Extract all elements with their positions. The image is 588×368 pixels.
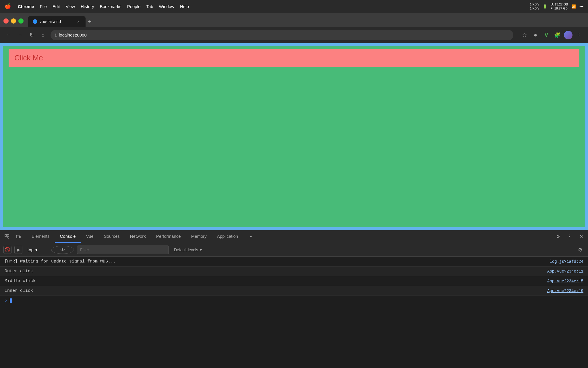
tab-bar: 🌐 vue-tailwind × + (0, 13, 588, 27)
more-menu[interactable]: ••• (579, 4, 583, 9)
tab-memory[interactable]: Memory (186, 230, 212, 243)
console-settings-icon[interactable]: ⚙ (576, 246, 585, 254)
menu-window[interactable]: Window (159, 4, 174, 9)
apple-icon[interactable]: 🍎 (5, 3, 11, 9)
levels-value: Default levels (174, 248, 198, 252)
eye-filter-toggle[interactable]: 👁 (51, 246, 74, 254)
devtools-tabs: Elements Console Vue Sources Network Per… (0, 230, 588, 243)
tab-performance[interactable]: Performance (151, 230, 186, 243)
tab-close-button[interactable]: × (76, 19, 81, 24)
wifi-icon: 📶 (571, 4, 576, 9)
console-prompt-symbol: › (5, 298, 7, 303)
puzzle-extension-icon[interactable]: 🧩 (553, 31, 562, 39)
device-toolbar-icon[interactable] (14, 232, 23, 241)
network-stats: 1 KB/s 1 KB/s (530, 2, 539, 11)
log-message-hmr: [HMR] Waiting for update signal from WDS… (5, 259, 116, 264)
menu-people[interactable]: People (127, 4, 141, 9)
menu-bar-right: 1 KB/s 1 KB/s 🔋 U: 13.22 GB F: 18.77 GB … (530, 2, 583, 11)
menu-view[interactable]: View (66, 4, 75, 9)
window-controls (3, 18, 24, 27)
web-page: Click Me (0, 43, 588, 230)
storage-stats: U: 13.22 GB F: 18.77 GB (551, 2, 568, 11)
execute-script-button[interactable]: ▶ (14, 246, 22, 254)
more-tabs-button[interactable]: » (244, 230, 257, 243)
tab-sources[interactable]: Sources (99, 230, 125, 243)
log-entry-outer: Outer click App.vue?234e:11 (0, 267, 588, 276)
console-toolbar: 🚫 ▶ top ▾ 👁 Default levels ▾ ⚙ (0, 243, 588, 257)
log-message-outer: Outer click (5, 269, 33, 274)
log-link-hmr[interactable]: log.js?1afd:24 (550, 259, 583, 264)
menu-history[interactable]: History (81, 4, 94, 9)
context-value: top (28, 247, 34, 252)
user-avatar[interactable] (564, 31, 572, 39)
menu-edit[interactable]: Edit (53, 4, 60, 9)
levels-selector[interactable]: Default levels ▾ (172, 246, 204, 253)
address-input-wrapper[interactable]: ℹ localhost:8080 (51, 30, 513, 40)
devtools-close-icon[interactable]: ✕ (577, 232, 586, 241)
home-button[interactable]: ⌂ (39, 31, 47, 39)
tab-console[interactable]: Console (55, 230, 81, 243)
active-tab[interactable]: 🌐 vue-tailwind × (28, 16, 86, 27)
console-input-row[interactable]: › (0, 296, 588, 306)
log-entry-middle: Middle click App.vue?234e:15 (0, 276, 588, 286)
devtools-settings-icon[interactable]: ⚙ (554, 232, 563, 241)
log-entry-hmr: [HMR] Waiting for update signal from WDS… (0, 257, 588, 267)
address-bar: ← → ↻ ⌂ ℹ localhost:8080 ☆ ● V 🧩 ⋮ (0, 27, 588, 43)
log-entry-inner: Inner click App.vue?234e:19 (0, 286, 588, 296)
reload-button[interactable]: ↻ (28, 31, 36, 39)
devtools-panel: Elements Console Vue Sources Network Per… (0, 230, 588, 368)
lock-icon: ℹ (55, 33, 57, 37)
log-link-inner[interactable]: App.vue?234e:19 (547, 289, 583, 293)
minimize-button[interactable] (11, 18, 16, 24)
svg-rect-0 (5, 235, 7, 236)
log-link-middle[interactable]: App.vue?234e:15 (547, 279, 583, 283)
new-tab-button[interactable]: + (88, 18, 92, 27)
devtools-more-icon[interactable]: ⋮ (565, 232, 574, 241)
devtools-actions: ⚙ ⋮ ✕ (554, 232, 586, 241)
log-link-outer[interactable]: App.vue?234e:11 (547, 269, 583, 274)
bookmark-star-icon[interactable]: ☆ (520, 31, 529, 39)
console-log: [HMR] Waiting for update signal from WDS… (0, 257, 588, 368)
svg-rect-2 (16, 235, 19, 238)
address-text: localhost:8080 (59, 32, 509, 37)
chrome-window: 🌐 vue-tailwind × + ← → ↻ ⌂ ℹ localhost:8… (0, 13, 588, 368)
profile-circle-icon[interactable]: ● (531, 31, 540, 39)
tab-title: vue-tailwind (40, 19, 61, 24)
svg-rect-3 (20, 236, 21, 238)
tab-application[interactable]: Application (212, 230, 243, 243)
menu-help[interactable]: Help (180, 4, 189, 9)
toolbar-actions: ☆ ● V 🧩 ⋮ (520, 31, 583, 39)
context-selector[interactable]: top ▾ (25, 246, 48, 254)
menu-bookmarks[interactable]: Bookmarks (100, 4, 121, 9)
menu-file[interactable]: File (40, 4, 47, 9)
vuejs-extension-icon[interactable]: V (542, 31, 551, 39)
back-button[interactable]: ← (5, 31, 13, 39)
menu-bar: 🍎 Chrome File Edit View History Bookmark… (0, 0, 588, 13)
green-layer: Click Me (3, 46, 585, 227)
log-message-middle: Middle click (5, 279, 36, 283)
levels-dropdown-icon: ▾ (200, 248, 202, 252)
tab-elements[interactable]: Elements (26, 230, 55, 243)
close-button[interactable] (3, 18, 9, 24)
forward-button[interactable]: → (16, 31, 24, 39)
clear-console-button[interactable]: 🚫 (3, 246, 11, 254)
tab-vue[interactable]: Vue (81, 230, 99, 243)
context-dropdown-icon: ▾ (35, 247, 38, 252)
click-me-button[interactable]: Click Me (9, 49, 579, 67)
chrome-menu-icon[interactable]: ⋮ (575, 31, 583, 39)
menu-tab[interactable]: Tab (146, 4, 153, 9)
svg-rect-1 (7, 235, 9, 236)
tab-network[interactable]: Network (125, 230, 151, 243)
element-picker-icon[interactable] (2, 232, 11, 241)
log-message-inner: Inner click (5, 288, 33, 293)
console-cursor (10, 298, 12, 303)
browser-content: Click Me (0, 43, 588, 230)
filter-input[interactable] (77, 246, 169, 254)
maximize-button[interactable] (18, 18, 24, 24)
menu-chrome[interactable]: Chrome (18, 4, 34, 9)
tab-favicon: 🌐 (33, 19, 37, 24)
battery-icon: 🔋 (543, 4, 547, 9)
devtools-inspect-icons (2, 232, 23, 241)
